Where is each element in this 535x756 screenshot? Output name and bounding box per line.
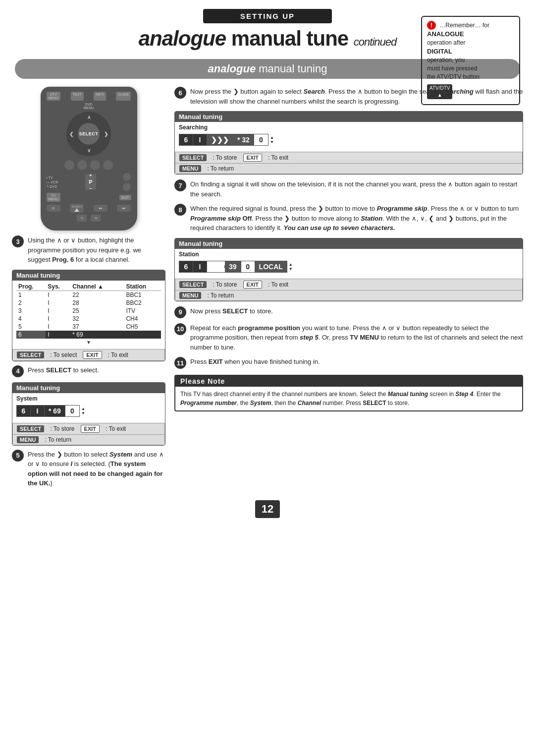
sc-arrows: ❯❯❯ [207, 134, 233, 145]
stc-local: LOCAL [255, 261, 287, 272]
mtst-header: Manual tuning [175, 238, 523, 249]
p-button[interactable]: + P − [85, 174, 96, 190]
searching-display: 6 I ❯❯❯ * 32 0 ▲ ▼ [179, 132, 519, 148]
atv-btn: ATV/DTV▲ [427, 84, 452, 99]
vol-up-btn[interactable] [123, 173, 131, 181]
mtst-menu-row: MENU : To return [175, 291, 523, 301]
exit-btn[interactable]: EXIT [119, 195, 131, 200]
mts-menu-desc: : To return [45, 436, 71, 443]
sc-0: 0 [254, 134, 268, 145]
remote-control: DTVMENU TEXT INFO GUIDE DVDMENU ∧ ∨ ❮ ❯ … [41, 87, 137, 231]
mtse-select-label: SELECT [179, 154, 207, 161]
station-arrows: ▲ ▼ [289, 262, 293, 271]
step-4: 4 Press SELECT to select. [12, 365, 165, 377]
step-4-circle: 4 [12, 365, 24, 377]
remote-source-row: • TV — VCR └ DVD + P − [47, 173, 131, 191]
table-row: 1I22BBC1 [16, 291, 161, 299]
th-station: Station [124, 283, 161, 291]
color-btn-3[interactable] [90, 160, 100, 170]
manual-tuning-searching: Manual tuning Searching 6 I ❯❯❯ * 32 0 ▲… [174, 111, 523, 174]
sc-6: 6 [179, 134, 193, 145]
atv-note-text: …Remember… for ANALOGUE operation after … [427, 22, 489, 80]
step-9: 9 Now press SELECT to store. [174, 306, 523, 318]
mtst-exit-desc: : To exit [268, 281, 288, 288]
skip-btn[interactable]: ⏭ [117, 205, 131, 212]
searching-label: Searching [179, 124, 519, 131]
mts-body: System 6 I * 69 0 ▲ ▼ [12, 393, 165, 422]
mts-menu-label: MENU [17, 436, 39, 443]
mtst-select-label: SELECT [179, 281, 207, 288]
step-7: 7 On finding a signal it will show on th… [174, 179, 523, 199]
searching-cells: 6 I ❯❯❯ * 32 0 [179, 134, 268, 146]
exit-desc: : To exit [108, 351, 128, 358]
eject-btn[interactable]: ⏮ [94, 205, 107, 212]
mtse-body: Searching 6 I ❯❯❯ * 32 0 ▲ ▼ [175, 122, 523, 151]
extra-btn-2[interactable]: ⊡ [91, 215, 101, 222]
cd-cell-0: 0 [65, 406, 79, 416]
color-btn-1[interactable] [64, 160, 74, 170]
step-6-circle: 6 [174, 87, 186, 99]
mtse-header: Manual tuning [175, 112, 523, 122]
mtst-action-row1: SELECT : To store EXIT : To exit [175, 279, 523, 291]
cd-cell-6: 6 [17, 406, 31, 416]
text-btn: TEXT [71, 92, 84, 101]
tv-vcr-dvd-labels: • TV — VCR └ DVD [47, 175, 58, 189]
nav-right: ❯ [104, 131, 108, 137]
mtst-exit-label: EXIT [243, 281, 262, 289]
mtse-exit-desc: : To exit [268, 154, 288, 161]
mt1-header: Manual tuning [12, 270, 165, 281]
step-8-circle: 8 [174, 204, 186, 216]
vol-down-btn[interactable] [123, 183, 131, 191]
nav-left: ❮ [69, 131, 73, 137]
system-label: System [16, 395, 161, 402]
mts-select-desc: : To store [50, 425, 74, 432]
color-btn-2[interactable] [77, 160, 87, 170]
section-title-normal: manual tuning [256, 62, 327, 75]
title-manual-tune: manual tune [231, 27, 348, 50]
dvd-menu-label: DVDMENU [47, 103, 131, 110]
station-display: 6 I 39 0 LOCAL ▲ ▼ [179, 259, 519, 275]
th-prog: Prog. [16, 283, 46, 291]
mtse-menu-row: MENU : To return [175, 164, 523, 174]
table-row: 5I37CH5 [16, 323, 161, 331]
step-9-circle: 9 [174, 306, 186, 318]
exit-btn-label: EXIT [83, 351, 102, 359]
up-arrow-icon: ▲ [270, 135, 274, 140]
right-column: 6 Now press the ❯ button again to select… [174, 87, 523, 493]
step-11-text: Press EXIT when you have finished tuning… [190, 357, 523, 367]
dtv-menu-btn: DTVMENU [47, 92, 61, 101]
table-row: 3I25ITV [16, 307, 161, 315]
setting-up-header: SETTING UP [203, 9, 332, 23]
mts-header: Manual tuning [12, 383, 165, 393]
step-4-text: Press SELECT to select. [28, 365, 165, 375]
system-cells: 6 I * 69 0 [16, 405, 80, 417]
step-7-text: On finding a signal it will show on the … [190, 179, 523, 199]
atv-triangle-icon [74, 208, 79, 212]
section-title-bold: analogue [208, 62, 256, 75]
step-5-text: Press the ❯ button to select System and … [28, 450, 165, 488]
cd-cell-I: I [31, 406, 45, 416]
step-8-text: When the required signal is found, press… [190, 204, 523, 233]
stc-empty [207, 265, 225, 268]
mts-exit-label: EXIT [81, 425, 100, 433]
page-number-area: 12 [0, 500, 535, 518]
guide-btn: GUIDE [116, 92, 131, 101]
down-arrow-icon: ▼ [270, 140, 274, 144]
step-3-text: Using the ∧ or ∨ button, highlight the p… [28, 235, 165, 265]
step-5-circle: 5 [12, 450, 24, 462]
extra-btn-1[interactable]: ⊡ [77, 215, 87, 222]
atv-dtv-btn[interactable]: ATV/DTV [70, 204, 84, 213]
teletext-btn[interactable]: ⊞ [47, 205, 60, 212]
select-btn[interactable]: SELECT [78, 123, 100, 145]
stc-39: 39 [225, 261, 241, 272]
title-continued: continued [354, 36, 396, 48]
step-7-circle: 7 [174, 179, 186, 191]
step-9-text: Now press SELECT to store. [190, 306, 523, 316]
tv-menu-btn[interactable]: TVMENU [47, 193, 61, 202]
please-note-box: Please Note This TV has direct channel e… [174, 375, 523, 411]
manual-tuning-station: Manual tuning Station 6 I 39 0 LOCAL ▲ ▼ [174, 238, 523, 301]
remote-top-row: DTVMENU TEXT INFO GUIDE [47, 92, 131, 101]
system-channel-display: 6 I * 69 0 ▲ ▼ [16, 403, 161, 419]
color-btn-4[interactable] [103, 160, 113, 170]
manual-tuning-table-1: Manual tuning Prog. Sys. Channel ▲ Stati… [12, 270, 165, 361]
